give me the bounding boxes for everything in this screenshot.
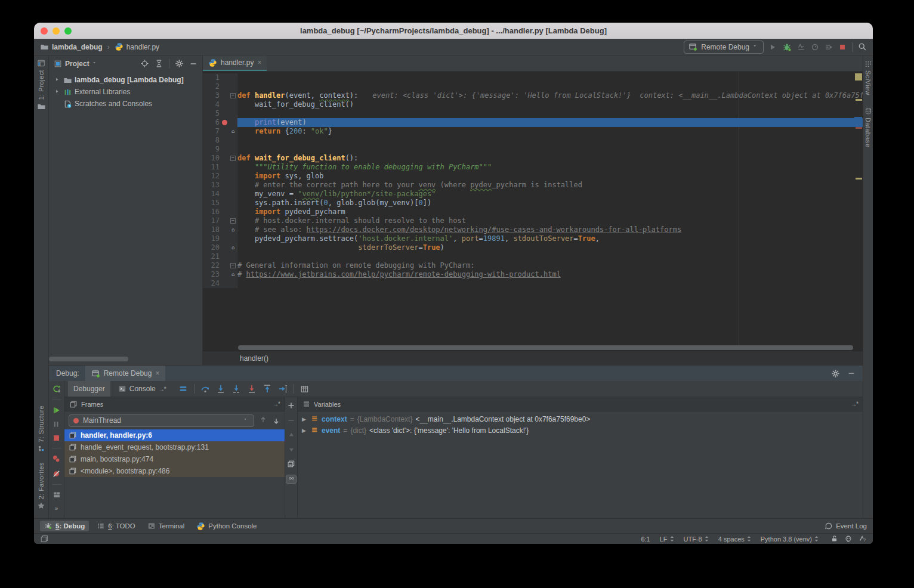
rerun-button[interactable]	[52, 384, 61, 394]
toolwindow-switcher-icon[interactable]	[40, 534, 49, 543]
reader-mode-icon[interactable]: ?	[859, 535, 867, 543]
step-into-my-code-button[interactable]	[247, 384, 257, 394]
chevron-down-icon[interactable]	[92, 61, 98, 67]
code-line-23[interactable]: 23⌂# https://www.jetbrains.com/help/pych…	[203, 270, 863, 279]
gutter[interactable]: 4	[203, 100, 237, 109]
breadcrumb-function[interactable]: handler()	[240, 354, 268, 363]
code-line-9[interactable]: 9	[203, 145, 863, 154]
mute-breakpoints-button[interactable]	[52, 469, 61, 478]
gutter[interactable]: 14	[203, 190, 237, 199]
force-step-into-button[interactable]	[231, 384, 241, 394]
debug-session-tab[interactable]: Remote Debug ×	[85, 366, 166, 381]
gutter[interactable]: 16	[203, 208, 237, 216]
code-line-21[interactable]: 21	[203, 252, 863, 261]
run-configuration-select[interactable]: Remote Debug	[684, 41, 764, 54]
close-tab-icon[interactable]: ×	[257, 58, 261, 67]
gutter[interactable]: 10−	[203, 154, 237, 163]
tree-item-1[interactable]: External Libraries	[49, 86, 202, 98]
status-item-2[interactable]: UTF-8	[684, 536, 709, 543]
code-line-20[interactable]: 20⌂ stderrToServer=True)	[203, 243, 863, 252]
variable-row-context[interactable]: ▶context = {LambdaContext}<__main__.Lamb…	[298, 413, 863, 425]
hide-panel-button[interactable]	[189, 60, 197, 68]
status-item-0[interactable]: 6:1	[641, 536, 650, 543]
gutter[interactable]: 1	[203, 73, 237, 82]
editor-tab-handler[interactable]: handler.py ×	[203, 55, 267, 71]
expand-arrow-icon[interactable]: ▶	[302, 416, 308, 422]
zoom-window-button[interactable]	[64, 27, 72, 35]
code-line-13[interactable]: 13 # enter the correct path here to your…	[203, 181, 863, 190]
breadcrumb-file[interactable]: handler.py	[115, 42, 159, 51]
show-watches-toggle[interactable]	[286, 475, 297, 484]
fold-end-icon[interactable]: ⌂	[231, 270, 235, 279]
gutter[interactable]: 24	[203, 279, 237, 288]
stop-button[interactable]	[53, 434, 60, 442]
profiler-button[interactable]	[811, 43, 819, 51]
coverage-button[interactable]	[797, 43, 805, 51]
threads-view-icon[interactable]	[178, 384, 188, 394]
tab-debugger[interactable]: Debugger	[68, 381, 110, 397]
step-into-button[interactable]	[216, 384, 226, 394]
gutter[interactable]: 12	[203, 172, 237, 181]
code-line-5[interactable]: 5	[203, 109, 863, 118]
code-line-10[interactable]: 10−def wait_for_debug_client():	[203, 154, 863, 163]
tool-button-favorites[interactable]: 2: Favorites	[37, 460, 45, 510]
gutter[interactable]: 2	[203, 82, 237, 91]
project-horizontal-scrollbar[interactable]	[49, 357, 128, 361]
code-line-17[interactable]: 17− # host.docker.internal should resolv…	[203, 216, 863, 225]
code-line-14[interactable]: 14 my_venv = "venv/lib/python*/site-pack…	[203, 190, 863, 199]
gutter[interactable]: 23⌂	[203, 270, 237, 279]
tool-button-sciview[interactable]: SciView	[864, 60, 872, 98]
add-watch-button[interactable]	[287, 401, 295, 410]
pause-button[interactable]	[53, 420, 60, 428]
fold-marker-icon[interactable]: −	[230, 263, 236, 268]
gutter[interactable]: 17−	[203, 216, 237, 225]
close-session-icon[interactable]: ×	[155, 369, 159, 377]
toolwindow-button-todo[interactable]: 6: TODO	[92, 521, 140, 531]
status-item-1[interactable]: LF	[660, 536, 674, 543]
stack-frame-1[interactable]: handle_event_request, bootstrap.py:131	[64, 441, 285, 453]
step-over-button[interactable]	[200, 384, 210, 394]
breadcrumb-project[interactable]: lambda_debug	[40, 42, 103, 51]
evaluate-expression-button[interactable]	[300, 385, 309, 394]
fold-end-icon[interactable]: ⌂	[231, 127, 235, 136]
gutter[interactable]: 11	[203, 163, 237, 172]
stop-button[interactable]	[838, 43, 847, 51]
variable-row-event[interactable]: ▶event = {dict}<class 'dict'>: {'message…	[298, 425, 863, 436]
debug-button[interactable]	[782, 42, 792, 52]
step-out-button[interactable]	[263, 384, 272, 394]
gutter[interactable]: 5	[203, 109, 237, 118]
tool-button-project[interactable]: 1: Project	[37, 59, 46, 111]
gutter[interactable]: 18⌂	[203, 225, 237, 234]
editor-horizontal-scrollbar[interactable]	[203, 345, 863, 351]
next-frame-button[interactable]	[272, 416, 280, 425]
code-line-7[interactable]: 7⌂ return {200: "ok"}	[203, 127, 863, 136]
tree-item-0[interactable]: lambda_debug [Lambda Debug]	[49, 74, 202, 86]
code-line-11[interactable]: 11 """Utility function to enable debuggi…	[203, 163, 863, 172]
pin-tab-icon[interactable]: →*	[159, 386, 166, 392]
duplicate-watch-button[interactable]	[287, 460, 295, 468]
code-line-1[interactable]: 1	[203, 73, 863, 82]
breakpoint-dot[interactable]	[222, 120, 227, 125]
code-line-15[interactable]: 15 sys.path.insert(0, glob.glob(my_venv)…	[203, 199, 863, 208]
collapse-all-button[interactable]	[155, 59, 163, 68]
fold-marker-icon[interactable]: −	[230, 156, 236, 161]
previous-frame-button[interactable]	[259, 416, 267, 425]
gutter[interactable]: 9	[203, 145, 237, 154]
search-everywhere-button[interactable]	[858, 42, 867, 51]
minimize-window-button[interactable]	[53, 27, 60, 35]
fold-end-icon[interactable]: ⌂	[231, 243, 235, 252]
move-up-button[interactable]	[288, 431, 295, 439]
fold-marker-icon[interactable]: −	[230, 93, 236, 98]
toolwindow-button-pythonconsole[interactable]: Python Console	[192, 521, 261, 532]
more-actions-button[interactable]: »	[55, 505, 58, 512]
close-window-button[interactable]	[41, 27, 48, 35]
code-line-18[interactable]: 18⌂ # see also: https://docs.docker.com/…	[203, 225, 863, 234]
code-line-8[interactable]: 8	[203, 136, 863, 145]
tool-button-structure[interactable]: 7: Structure	[38, 403, 45, 453]
expand-arrow-icon[interactable]: ▶	[302, 428, 308, 434]
stack-frame-2[interactable]: main, bootstrap.py:474	[64, 453, 285, 465]
status-item-4[interactable]: Python 3.8 (venv)	[761, 536, 819, 543]
chevron-right-icon[interactable]	[54, 77, 61, 83]
fold-marker-icon[interactable]: −	[230, 218, 236, 224]
hide-panel-button[interactable]	[847, 369, 856, 377]
